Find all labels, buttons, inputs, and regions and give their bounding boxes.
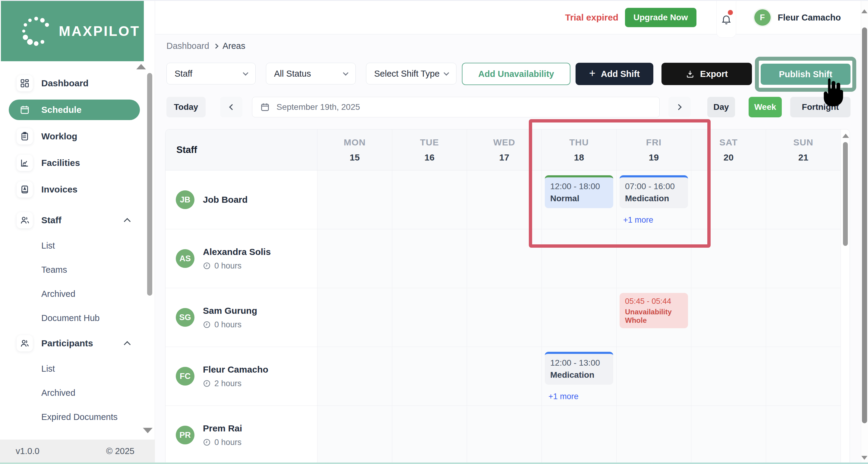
day-cell[interactable] — [541, 406, 616, 464]
shift-type-filter-select[interactable]: Select Shift Type — [366, 63, 457, 85]
day-cell[interactable] — [766, 170, 841, 229]
sidebar-item-worklog[interactable]: Worklog — [17, 123, 138, 150]
calendar-scrollbar[interactable] — [841, 129, 850, 464]
sidebar-scroll-down-icon[interactable] — [143, 428, 153, 433]
sidebar-item-document-hub[interactable]: Document Hub — [17, 306, 138, 330]
shift-card[interactable]: 12:00 - 13:00 Medication — [545, 352, 613, 385]
today-button[interactable]: Today — [166, 97, 206, 117]
copyright: © 2025 — [106, 446, 134, 456]
view-week-button[interactable]: Week — [749, 97, 782, 117]
staff-name: Fleur Camacho — [203, 365, 268, 375]
day-cell[interactable] — [766, 288, 841, 347]
sidebar-item-dashboard[interactable]: Dashboard — [17, 70, 138, 96]
day-cell[interactable] — [317, 229, 392, 288]
day-cell-fri[interactable]: 05:45 - 05:44 Unavailability Whole — [616, 288, 691, 347]
upgrade-now-button[interactable]: Upgrade Now — [625, 8, 696, 27]
day-cell[interactable] — [541, 229, 616, 288]
sidebar-scrollbar[interactable] — [147, 73, 152, 296]
staff-filter-select[interactable]: Staff — [166, 63, 256, 85]
calendar-scroll-up-icon[interactable] — [842, 134, 849, 138]
unavailability-card[interactable]: 05:45 - 05:44 Unavailability Whole — [620, 293, 688, 328]
day-cell[interactable] — [467, 347, 541, 405]
sidebar-scroll-up-icon[interactable] — [136, 64, 146, 69]
day-cell[interactable] — [317, 170, 392, 229]
more-shifts-link[interactable]: +1 more — [623, 215, 691, 225]
logo[interactable]: MAXPILOT — [1, 1, 144, 61]
day-cell[interactable] — [392, 347, 467, 405]
day-cell[interactable] — [467, 288, 541, 347]
staff-hours: 0 hours — [203, 438, 242, 447]
day-cell[interactable] — [691, 229, 766, 288]
day-cell[interactable] — [691, 347, 766, 405]
page-scroll-down-icon[interactable] — [861, 456, 867, 460]
page-scroll-up-icon[interactable] — [861, 9, 867, 13]
staff-name: Sam Gurung — [203, 306, 257, 316]
day-cell[interactable] — [766, 406, 841, 464]
day-cell[interactable] — [392, 229, 467, 288]
staff-cell[interactable]: AS Alexandra Solis 0 hours — [165, 229, 317, 288]
user-name: Fleur Camacho — [778, 13, 841, 23]
day-cell[interactable] — [616, 229, 691, 288]
day-cell[interactable] — [541, 288, 616, 347]
day-cell[interactable] — [616, 406, 691, 464]
date-picker-field[interactable]: September 19th, 2025 — [252, 97, 660, 117]
prev-week-button[interactable] — [220, 97, 242, 117]
top-edge-strip — [0, 0, 868, 1]
shift-card[interactable]: 12:00 - 18:00 Normal — [545, 175, 613, 208]
collapse-chevron-icon[interactable] — [124, 218, 131, 225]
day-cell[interactable] — [691, 406, 766, 464]
breadcrumb-dashboard[interactable]: Dashboard — [166, 41, 209, 51]
day-cell-fri[interactable]: 07:00 - 16:00 Medication +1 more — [616, 170, 691, 229]
sidebar-item-staff-archived[interactable]: Archived — [17, 282, 138, 306]
day-cell[interactable] — [467, 170, 541, 229]
sidebar-item-schedule[interactable]: Schedule — [9, 99, 140, 120]
page-scrollbar-thumb[interactable] — [862, 27, 867, 423]
sidebar-item-staff-list[interactable]: List — [17, 233, 138, 258]
export-button[interactable]: Export — [661, 63, 752, 85]
day-cell[interactable] — [691, 170, 766, 229]
sidebar-item-expired-documents[interactable]: Expired Documents — [17, 405, 138, 429]
staff-cell[interactable]: SG Sam Gurung 0 hours — [165, 288, 317, 347]
page-scrollbar[interactable] — [861, 1, 868, 464]
schedule-calendar: Staff MON 15 TUE 16 WED 17 THU — [165, 129, 850, 464]
day-cell-thu[interactable]: 12:00 - 18:00 Normal — [541, 170, 616, 229]
day-cell-thu[interactable]: 12:00 - 13:00 Medication +1 more — [541, 347, 616, 405]
view-day-button[interactable]: Day — [707, 97, 735, 117]
user-menu[interactable]: F Fleur Camacho — [754, 9, 841, 26]
day-cell[interactable] — [467, 406, 541, 464]
sidebar-section-staff[interactable]: Staff — [17, 207, 138, 233]
staff-cell[interactable]: PR Prem Rai 0 hours — [165, 406, 317, 464]
dashboard-icon — [17, 75, 33, 91]
sidebar-section-participants[interactable]: Participants — [17, 330, 138, 356]
mouse-cursor-hand-icon — [817, 76, 846, 109]
day-cell[interactable] — [766, 229, 841, 288]
sidebar-item-staff-teams[interactable]: Teams — [17, 258, 138, 282]
shift-card[interactable]: 07:00 - 16:00 Medication — [620, 175, 688, 208]
sidebar-item-participants-list[interactable]: List — [17, 356, 138, 381]
shift-time: 12:00 - 13:00 — [550, 358, 608, 368]
staff-cell[interactable]: JB Job Board — [165, 170, 317, 229]
collapse-chevron-icon[interactable] — [124, 341, 131, 348]
sidebar-item-facilities[interactable]: Facilities — [17, 150, 138, 176]
day-cell[interactable] — [317, 347, 392, 405]
sidebar-item-participants-archived[interactable]: Archived — [17, 381, 138, 405]
day-cell[interactable] — [317, 288, 392, 347]
staff-cell[interactable]: FC Fleur Camacho 2 hours — [165, 347, 317, 405]
status-filter-select[interactable]: All Status — [266, 63, 356, 85]
calendar-scrollbar-thumb[interactable] — [843, 142, 848, 246]
day-cell[interactable] — [691, 288, 766, 347]
day-cell[interactable] — [616, 347, 691, 405]
more-shifts-link[interactable]: +1 more — [549, 392, 616, 401]
day-cell[interactable] — [392, 406, 467, 464]
day-cell[interactable] — [766, 347, 841, 405]
table-row-prem-rai: PR Prem Rai 0 hours — [165, 406, 841, 464]
sidebar-item-invoices[interactable]: Invoices — [17, 176, 138, 203]
notifications-button[interactable] — [716, 1, 736, 38]
day-cell[interactable] — [467, 229, 541, 288]
add-shift-button[interactable]: + Add Shift — [576, 63, 653, 85]
add-unavailability-button[interactable]: Add Unavailability — [462, 63, 570, 85]
day-cell[interactable] — [317, 406, 392, 464]
day-cell[interactable] — [392, 288, 467, 347]
next-week-button[interactable] — [669, 97, 691, 117]
day-cell[interactable] — [392, 170, 467, 229]
